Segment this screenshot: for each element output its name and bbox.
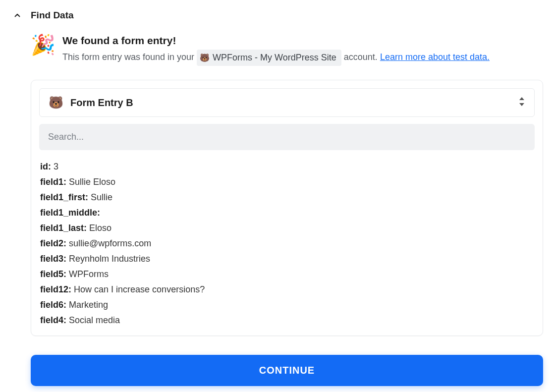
field-value: Reynholm Industries (66, 254, 150, 264)
updown-icon (518, 97, 525, 108)
field-key: field2: (40, 238, 66, 248)
field-row: id: 3 (40, 159, 534, 174)
field-value: How can I increase conversions? (71, 284, 205, 294)
section-header: Find Data (10, 10, 543, 21)
found-prefix: This form entry was found in your (62, 52, 197, 62)
field-key: id: (40, 162, 51, 171)
field-row: field12: How can I increase conversions? (40, 282, 534, 297)
svg-marker-1 (519, 103, 524, 106)
field-row: field1: Sullie Eloso (40, 174, 534, 190)
field-value: Social media (66, 315, 120, 325)
continue-button[interactable]: CONTINUE (31, 355, 543, 386)
field-key: field1_first: (40, 192, 88, 202)
wpforms-icon: 🐻 (200, 52, 210, 64)
field-row: field1_last: Eloso (40, 221, 534, 236)
field-value: Marketing (66, 300, 108, 310)
field-key: field3: (40, 254, 66, 264)
field-key: field6: (40, 300, 66, 310)
field-key: field1_last: (40, 223, 87, 233)
field-row: field5: WPForms (40, 267, 534, 282)
svg-marker-0 (519, 97, 524, 100)
party-popper-icon: 🎉 (31, 35, 55, 55)
field-value: sullie@wpforms.com (66, 238, 151, 248)
field-key: field4: (40, 315, 66, 325)
account-name: WPForms - My WordPress Site (213, 51, 336, 64)
field-row: field2: sullie@wpforms.com (40, 236, 534, 251)
account-pill: 🐻 WPForms - My WordPress Site (197, 50, 341, 66)
field-row: field3: Reynholm Industries (40, 251, 534, 267)
entry-selector[interactable]: 🐻 Form Entry B (39, 88, 535, 117)
field-row: field1_first: Sullie (40, 190, 534, 205)
field-row: field6: Marketing (40, 297, 534, 313)
field-value: Sullie (88, 192, 112, 202)
found-text: We found a form entry! This form entry w… (62, 35, 490, 66)
chevron-up-icon[interactable] (13, 11, 22, 20)
field-value: Sullie Eloso (66, 177, 115, 187)
found-subtext: This form entry was found in your 🐻 WPFo… (62, 50, 490, 66)
field-row: field1_middle: (40, 205, 534, 221)
field-value: WPForms (66, 269, 109, 279)
entry-label: Form Entry B (70, 97, 133, 109)
field-key: field5: (40, 269, 66, 279)
form-entry-icon: 🐻 (49, 96, 63, 110)
field-key: field1: (40, 177, 66, 187)
field-row: field4: Social media (40, 313, 534, 328)
found-banner: 🎉 We found a form entry! This form entry… (10, 35, 543, 66)
section-title: Find Data (31, 10, 74, 21)
field-list: id: 3field1: Sullie Elosofield1_first: S… (39, 159, 535, 328)
found-heading: We found a form entry! (62, 35, 490, 47)
search-input[interactable] (39, 124, 535, 150)
learn-more-link[interactable]: Learn more about test data. (380, 52, 490, 62)
field-key: field1_middle: (40, 208, 100, 218)
field-value: Eloso (87, 223, 111, 233)
field-value: 3 (51, 162, 58, 171)
found-suffix: account. (344, 52, 380, 62)
field-key: field12: (40, 284, 71, 294)
entry-card: 🐻 Form Entry B id: 3field1: Sullie Eloso… (31, 80, 543, 336)
